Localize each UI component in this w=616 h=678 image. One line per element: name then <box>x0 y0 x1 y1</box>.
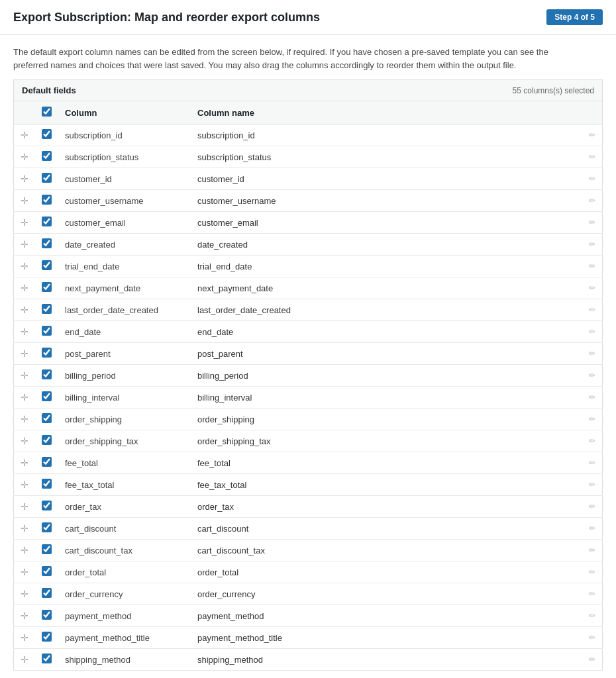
row-checkbox[interactable] <box>42 217 52 226</box>
table-row: ✛fee_tax_total fee_tax_total ✏ <box>14 474 603 496</box>
drag-handle-icon[interactable]: ✛ <box>21 523 28 534</box>
edit-icon[interactable]: ✏ <box>589 524 595 533</box>
drag-handle-cell: ✛ <box>14 365 36 387</box>
edit-icon[interactable]: ✏ <box>589 371 595 380</box>
edit-icon[interactable]: ✏ <box>589 589 595 599</box>
row-checkbox[interactable] <box>42 610 52 620</box>
edit-icon[interactable]: ✏ <box>589 240 595 249</box>
drag-handle-cell: ✛ <box>14 256 36 277</box>
drag-handle-icon[interactable]: ✛ <box>21 130 28 140</box>
table-row: ✛billing_interval billing_interval ✏ <box>14 387 603 409</box>
edit-icon[interactable]: ✏ <box>589 393 595 402</box>
row-checkbox[interactable] <box>42 348 52 358</box>
column-field: date_created <box>58 234 191 256</box>
column-name-value: order_shipping_tax <box>197 436 585 446</box>
edit-icon[interactable]: ✏ <box>589 611 595 620</box>
edit-icon[interactable]: ✏ <box>589 480 595 489</box>
edit-icon[interactable]: ✏ <box>589 546 595 555</box>
column-name-field: end_date ✏ <box>191 321 603 343</box>
edit-icon[interactable]: ✏ <box>589 196 595 205</box>
row-checkbox[interactable] <box>42 391 52 401</box>
row-checkbox[interactable] <box>42 304 52 314</box>
table-header-row: Column Column name <box>14 101 603 124</box>
drag-handle-icon[interactable]: ✛ <box>21 239 28 250</box>
column-name-value: subscription_status <box>197 152 585 162</box>
row-checkbox[interactable] <box>42 588 52 598</box>
edit-icon[interactable]: ✏ <box>589 305 595 315</box>
row-checkbox[interactable] <box>42 435 52 445</box>
edit-icon[interactable]: ✏ <box>589 458 595 467</box>
drag-handle-icon[interactable]: ✛ <box>21 545 28 556</box>
row-checkbox[interactable] <box>42 479 52 489</box>
checkbox-cell <box>35 190 58 212</box>
edit-icon[interactable]: ✏ <box>589 174 595 183</box>
column-name-field: fee_tax_total ✏ <box>191 474 603 496</box>
drag-handle-icon[interactable]: ✛ <box>21 654 28 665</box>
edit-icon[interactable]: ✏ <box>589 283 595 293</box>
edit-icon[interactable]: ✏ <box>589 567 595 577</box>
row-checkbox[interactable] <box>42 522 52 532</box>
edit-icon[interactable]: ✏ <box>589 152 595 162</box>
edit-icon[interactable]: ✏ <box>589 218 595 227</box>
table-row: ✛order_shipping order_shipping ✏ <box>14 409 603 430</box>
drag-handle-icon[interactable]: ✛ <box>21 305 28 315</box>
edit-icon[interactable]: ✏ <box>589 436 595 446</box>
drag-handle-icon[interactable]: ✛ <box>21 348 28 359</box>
drag-handle-icon[interactable]: ✛ <box>21 414 28 424</box>
drag-handle-icon[interactable]: ✛ <box>21 392 28 403</box>
row-checkbox[interactable] <box>42 173 52 183</box>
column-name-field: order_shipping_tax ✏ <box>191 430 603 452</box>
table-row: ✛end_date end_date ✏ <box>14 321 603 343</box>
drag-handle-icon[interactable]: ✛ <box>21 173 28 184</box>
row-checkbox[interactable] <box>42 544 52 554</box>
row-checkbox[interactable] <box>42 632 52 642</box>
drag-handle-icon[interactable]: ✛ <box>21 479 28 490</box>
drag-handle-icon[interactable]: ✛ <box>21 567 28 577</box>
edit-icon[interactable]: ✏ <box>589 502 595 511</box>
column-field: fee_tax_total <box>58 474 191 496</box>
drag-handle-icon[interactable]: ✛ <box>21 152 28 162</box>
checkbox-cell <box>35 627 58 649</box>
edit-icon[interactable]: ✏ <box>589 633 595 642</box>
drag-handle-icon[interactable]: ✛ <box>21 501 28 512</box>
drag-handle-icon[interactable]: ✛ <box>21 458 28 468</box>
select-all-checkbox[interactable] <box>42 107 52 117</box>
row-checkbox[interactable] <box>42 413 52 423</box>
edit-icon[interactable]: ✏ <box>589 349 595 358</box>
drag-handle-icon[interactable]: ✛ <box>21 195 28 206</box>
row-checkbox[interactable] <box>42 566 52 576</box>
edit-icon[interactable]: ✏ <box>589 262 595 271</box>
row-checkbox[interactable] <box>42 501 52 510</box>
edit-icon[interactable]: ✏ <box>589 414 595 424</box>
checkbox-cell <box>35 409 58 430</box>
drag-handle-icon[interactable]: ✛ <box>21 589 28 599</box>
row-checkbox[interactable] <box>42 129 52 139</box>
drag-handle-icon[interactable]: ✛ <box>21 436 28 446</box>
column-name-field: fee_total ✏ <box>191 452 603 474</box>
drag-handle-icon[interactable]: ✛ <box>21 632 28 643</box>
row-checkbox[interactable] <box>42 151 52 161</box>
column-field: order_currency <box>58 583 191 605</box>
checkbox-cell <box>35 146 58 168</box>
checkbox-cell <box>35 474 58 496</box>
row-checkbox[interactable] <box>42 326 52 336</box>
row-checkbox[interactable] <box>42 238 52 248</box>
row-checkbox[interactable] <box>42 195 52 205</box>
row-checkbox[interactable] <box>42 369 52 379</box>
row-checkbox[interactable] <box>42 260 52 270</box>
drag-handle-icon[interactable]: ✛ <box>21 283 28 293</box>
drag-handle-icon[interactable]: ✛ <box>21 610 28 621</box>
column-field: order_total <box>58 561 191 583</box>
column-name-field: order_total ✏ <box>191 561 603 583</box>
drag-handle-icon[interactable]: ✛ <box>21 217 28 228</box>
row-checkbox[interactable] <box>42 457 52 467</box>
drag-handle-icon[interactable]: ✛ <box>21 326 28 337</box>
edit-icon[interactable]: ✏ <box>589 655 595 664</box>
edit-icon[interactable]: ✏ <box>589 327 595 336</box>
edit-icon[interactable]: ✏ <box>589 130 595 140</box>
column-name-field: payment_method_title ✏ <box>191 627 603 649</box>
drag-handle-icon[interactable]: ✛ <box>21 370 28 381</box>
row-checkbox[interactable] <box>42 654 52 663</box>
drag-handle-icon[interactable]: ✛ <box>21 261 28 271</box>
row-checkbox[interactable] <box>42 282 52 292</box>
